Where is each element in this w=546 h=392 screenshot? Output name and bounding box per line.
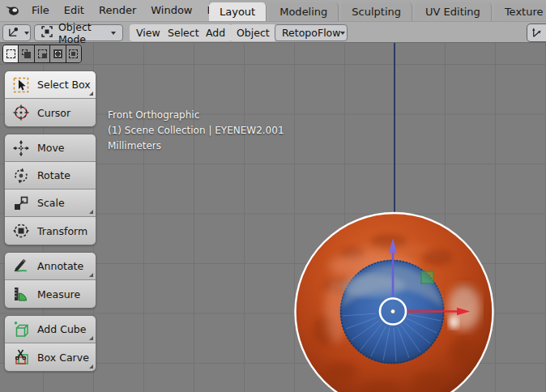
blender-logo[interactable]	[0, 5, 24, 16]
object-origin-dot	[390, 309, 395, 314]
eyeball-object[interactable]	[292, 209, 497, 392]
retopoflow-dropdown-label: RetopoFlow	[282, 27, 340, 39]
annotate-icon	[12, 258, 30, 275]
tool-column: Select Box Cursor	[4, 70, 96, 378]
move-gizmo-y-plane-handle[interactable]	[421, 271, 433, 283]
menu-add[interactable]: Add	[199, 24, 232, 41]
tool-label: Add Cube	[37, 323, 86, 335]
tool-label: Select Box	[37, 79, 91, 91]
chevron-down-icon	[24, 32, 29, 35]
mode-dropdown-label: Object Mode	[58, 21, 111, 45]
menu-window[interactable]: Window	[143, 0, 199, 21]
transform-icon	[12, 222, 30, 240]
tool-move[interactable]: Move	[5, 134, 96, 162]
3d-viewport[interactable]: Select Box Cursor	[0, 42, 546, 392]
tab-texture-paint[interactable]: Texture Paint	[494, 2, 546, 21]
tool-label: Box Carve	[37, 352, 89, 364]
unit-system-text: Millimeters	[108, 138, 284, 154]
tab-sculpting[interactable]: Sculpting	[341, 2, 412, 21]
tool-group-retopoflow: Add Cube Box Carve	[4, 315, 96, 372]
move-icon	[12, 139, 30, 157]
select-invert-icon	[53, 49, 62, 58]
tool-scale[interactable]: Scale	[5, 190, 96, 217]
tab-layout[interactable]: Layout	[209, 2, 267, 21]
view-name-text: Front Orthographic	[108, 108, 284, 123]
select-set-icon	[6, 49, 15, 58]
viewport-header: Object Mode View Select Add Object Retop…	[0, 21, 546, 42]
box-carve-icon	[12, 348, 30, 366]
tool-select-box[interactable]: Select Box	[5, 71, 96, 99]
viewport-editor-icon	[7, 26, 19, 40]
select-subtract-icon	[38, 49, 47, 58]
select-mode-set[interactable]	[3, 45, 19, 62]
retopoflow-dropdown[interactable]: RetopoFlow	[275, 24, 348, 41]
tool-group-transform: Move Rotate Scale	[4, 134, 96, 245]
tool-label: Rotate	[37, 169, 70, 181]
subtool-indicator	[89, 364, 93, 369]
tool-rotate[interactable]: Rotate	[5, 162, 96, 190]
transform-orientation-button[interactable]	[527, 23, 546, 42]
tool-box-carve[interactable]: Box Carve	[5, 343, 96, 371]
rotate-icon	[12, 167, 30, 185]
chevron-down-icon	[111, 32, 116, 35]
mode-dropdown[interactable]: Object Mode	[34, 24, 123, 41]
subtool-indicator	[89, 273, 93, 277]
tool-label: Transform	[37, 225, 87, 237]
add-cube-icon	[12, 321, 30, 339]
menu-render[interactable]: Render	[92, 0, 143, 21]
tool-label: Cursor	[37, 107, 70, 119]
select-intersect-icon	[69, 49, 78, 58]
menu-object[interactable]: Object	[230, 24, 276, 41]
editor-type-selector[interactable]	[2, 24, 31, 41]
tool-group-select: Select Box Cursor	[4, 70, 96, 127]
transform-orientation-icon	[531, 27, 543, 39]
select-box-icon	[12, 76, 30, 94]
select-mode-intersect[interactable]	[66, 45, 81, 62]
object-mode-icon	[41, 26, 53, 40]
collection-object-text: (1) Scene Collection | EYENEW2.001	[108, 123, 284, 138]
tool-cursor[interactable]: Cursor	[5, 99, 96, 126]
subtool-indicator	[89, 336, 93, 340]
tool-label: Measure	[37, 288, 80, 300]
tool-label: Annotate	[37, 260, 83, 272]
viewport-overlay-text: Front Orthographic (1) Scene Collection …	[108, 108, 284, 154]
select-mode-subtract[interactable]	[35, 45, 50, 62]
tab-uv-editing[interactable]: UV Editing	[415, 2, 492, 21]
menu-file[interactable]: File	[24, 0, 57, 21]
select-mode-extend[interactable]	[19, 45, 34, 62]
tool-group-annotate: Annotate Measure	[4, 252, 96, 309]
workspace-tabstrip: Layout Modeling Sculpting UV Editing Tex…	[209, 0, 546, 21]
cursor-3d-icon	[12, 104, 30, 121]
select-mode-invert[interactable]	[50, 45, 66, 62]
tool-transform[interactable]: Transform	[5, 217, 96, 245]
scale-icon	[12, 194, 30, 212]
select-mode-group	[2, 45, 82, 63]
chevron-down-icon	[340, 32, 345, 35]
measure-icon	[12, 285, 30, 303]
select-extend-icon	[22, 49, 31, 58]
tool-add-cube[interactable]: Add Cube	[5, 316, 96, 343]
tool-measure[interactable]: Measure	[5, 280, 96, 308]
tab-modeling[interactable]: Modeling	[269, 2, 339, 21]
tool-label: Move	[37, 142, 65, 154]
subtool-indicator	[89, 92, 93, 96]
tool-label: Scale	[37, 197, 65, 209]
subtool-indicator	[89, 210, 93, 214]
menu-edit[interactable]: Edit	[57, 0, 92, 21]
top-menu-bar: File Edit Render Window Help Layout Mode…	[0, 0, 546, 21]
tool-annotate[interactable]: Annotate	[5, 253, 96, 280]
